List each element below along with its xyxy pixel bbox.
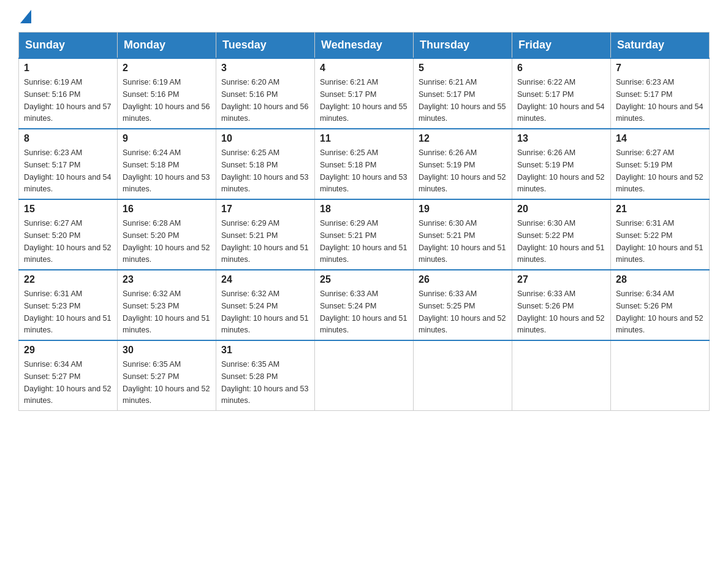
day-info: Sunrise: 6:21 AMSunset: 5:17 PMDaylight:… xyxy=(320,78,407,123)
col-header-friday: Friday xyxy=(512,33,611,59)
day-number: 23 xyxy=(123,274,211,285)
day-info: Sunrise: 6:32 AMSunset: 5:23 PMDaylight:… xyxy=(123,289,210,334)
day-info: Sunrise: 6:34 AMSunset: 5:27 PMDaylight:… xyxy=(24,360,111,405)
logo-triangle-icon xyxy=(20,10,31,23)
week-row-3: 15 Sunrise: 6:27 AMSunset: 5:20 PMDaylig… xyxy=(19,199,710,270)
day-number: 29 xyxy=(24,345,112,356)
day-number: 18 xyxy=(320,204,408,215)
day-number: 26 xyxy=(419,274,507,285)
col-header-saturday: Saturday xyxy=(611,33,710,59)
day-number: 7 xyxy=(616,63,704,74)
day-number: 20 xyxy=(517,204,605,215)
empty-cell xyxy=(512,340,611,411)
day-cell-2: 2 Sunrise: 6:19 AMSunset: 5:16 PMDayligh… xyxy=(118,58,216,129)
week-row-1: 1 Sunrise: 6:19 AMSunset: 5:16 PMDayligh… xyxy=(19,58,710,129)
calendar-table: SundayMondayTuesdayWednesdayThursdayFrid… xyxy=(18,32,710,411)
day-number: 12 xyxy=(419,133,507,144)
day-cell-27: 27 Sunrise: 6:33 AMSunset: 5:26 PMDaylig… xyxy=(512,270,611,340)
day-info: Sunrise: 6:25 AMSunset: 5:18 PMDaylight:… xyxy=(221,148,308,193)
col-header-tuesday: Tuesday xyxy=(216,33,315,59)
day-cell-21: 21 Sunrise: 6:31 AMSunset: 5:22 PMDaylig… xyxy=(611,199,710,270)
day-number: 16 xyxy=(123,204,211,215)
day-info: Sunrise: 6:35 AMSunset: 5:28 PMDaylight:… xyxy=(221,360,308,405)
day-info: Sunrise: 6:22 AMSunset: 5:17 PMDaylight:… xyxy=(517,78,604,123)
day-info: Sunrise: 6:31 AMSunset: 5:23 PMDaylight:… xyxy=(24,289,111,334)
day-info: Sunrise: 6:27 AMSunset: 5:19 PMDaylight:… xyxy=(616,148,703,193)
week-row-4: 22 Sunrise: 6:31 AMSunset: 5:23 PMDaylig… xyxy=(19,270,710,340)
day-info: Sunrise: 6:27 AMSunset: 5:20 PMDaylight:… xyxy=(24,219,111,264)
col-header-wednesday: Wednesday xyxy=(315,33,414,59)
day-cell-23: 23 Sunrise: 6:32 AMSunset: 5:23 PMDaylig… xyxy=(118,270,216,340)
day-number: 25 xyxy=(320,274,408,285)
day-number: 4 xyxy=(320,63,408,74)
day-cell-24: 24 Sunrise: 6:32 AMSunset: 5:24 PMDaylig… xyxy=(216,270,315,340)
day-cell-7: 7 Sunrise: 6:23 AMSunset: 5:17 PMDayligh… xyxy=(611,58,710,129)
day-info: Sunrise: 6:23 AMSunset: 5:17 PMDaylight:… xyxy=(616,78,703,123)
day-info: Sunrise: 6:20 AMSunset: 5:16 PMDaylight:… xyxy=(221,78,308,123)
page-header xyxy=(18,12,710,21)
day-number: 13 xyxy=(517,133,605,144)
day-info: Sunrise: 6:35 AMSunset: 5:27 PMDaylight:… xyxy=(123,360,210,405)
day-cell-20: 20 Sunrise: 6:30 AMSunset: 5:22 PMDaylig… xyxy=(512,199,611,270)
day-cell-1: 1 Sunrise: 6:19 AMSunset: 5:16 PMDayligh… xyxy=(19,58,118,129)
day-number: 10 xyxy=(221,133,309,144)
day-number: 30 xyxy=(123,345,211,356)
day-info: Sunrise: 6:30 AMSunset: 5:21 PMDaylight:… xyxy=(419,219,506,264)
day-cell-17: 17 Sunrise: 6:29 AMSunset: 5:21 PMDaylig… xyxy=(216,199,315,270)
day-number: 3 xyxy=(221,63,309,74)
day-info: Sunrise: 6:29 AMSunset: 5:21 PMDaylight:… xyxy=(221,219,308,264)
day-info: Sunrise: 6:33 AMSunset: 5:25 PMDaylight:… xyxy=(419,289,506,334)
week-row-2: 8 Sunrise: 6:23 AMSunset: 5:17 PMDayligh… xyxy=(19,129,710,199)
empty-cell xyxy=(414,340,512,411)
day-info: Sunrise: 6:24 AMSunset: 5:18 PMDaylight:… xyxy=(123,148,210,193)
day-cell-4: 4 Sunrise: 6:21 AMSunset: 5:17 PMDayligh… xyxy=(315,58,414,129)
day-cell-10: 10 Sunrise: 6:25 AMSunset: 5:18 PMDaylig… xyxy=(216,129,315,199)
day-cell-15: 15 Sunrise: 6:27 AMSunset: 5:20 PMDaylig… xyxy=(19,199,118,270)
col-header-monday: Monday xyxy=(118,33,216,59)
day-cell-29: 29 Sunrise: 6:34 AMSunset: 5:27 PMDaylig… xyxy=(19,340,118,411)
day-info: Sunrise: 6:32 AMSunset: 5:24 PMDaylight:… xyxy=(221,289,308,334)
day-number: 11 xyxy=(320,133,408,144)
day-cell-8: 8 Sunrise: 6:23 AMSunset: 5:17 PMDayligh… xyxy=(19,129,118,199)
day-cell-19: 19 Sunrise: 6:30 AMSunset: 5:21 PMDaylig… xyxy=(414,199,512,270)
day-info: Sunrise: 6:33 AMSunset: 5:26 PMDaylight:… xyxy=(517,289,604,334)
day-cell-5: 5 Sunrise: 6:21 AMSunset: 5:17 PMDayligh… xyxy=(414,58,512,129)
day-cell-11: 11 Sunrise: 6:25 AMSunset: 5:18 PMDaylig… xyxy=(315,129,414,199)
day-number: 24 xyxy=(221,274,309,285)
day-info: Sunrise: 6:23 AMSunset: 5:17 PMDaylight:… xyxy=(24,148,111,193)
day-number: 19 xyxy=(419,204,507,215)
week-row-5: 29 Sunrise: 6:34 AMSunset: 5:27 PMDaylig… xyxy=(19,340,710,411)
calendar-header-row: SundayMondayTuesdayWednesdayThursdayFrid… xyxy=(19,33,710,59)
day-info: Sunrise: 6:29 AMSunset: 5:21 PMDaylight:… xyxy=(320,219,407,264)
day-number: 8 xyxy=(24,133,112,144)
day-info: Sunrise: 6:30 AMSunset: 5:22 PMDaylight:… xyxy=(517,219,604,264)
day-info: Sunrise: 6:25 AMSunset: 5:18 PMDaylight:… xyxy=(320,148,407,193)
day-info: Sunrise: 6:31 AMSunset: 5:22 PMDaylight:… xyxy=(616,219,703,264)
day-cell-30: 30 Sunrise: 6:35 AMSunset: 5:27 PMDaylig… xyxy=(118,340,216,411)
day-number: 2 xyxy=(123,63,211,74)
day-number: 9 xyxy=(123,133,211,144)
day-cell-31: 31 Sunrise: 6:35 AMSunset: 5:28 PMDaylig… xyxy=(216,340,315,411)
day-number: 21 xyxy=(616,204,704,215)
day-cell-18: 18 Sunrise: 6:29 AMSunset: 5:21 PMDaylig… xyxy=(315,199,414,270)
day-cell-9: 9 Sunrise: 6:24 AMSunset: 5:18 PMDayligh… xyxy=(118,129,216,199)
col-header-sunday: Sunday xyxy=(19,33,118,59)
day-cell-3: 3 Sunrise: 6:20 AMSunset: 5:16 PMDayligh… xyxy=(216,58,315,129)
day-number: 22 xyxy=(24,274,112,285)
day-cell-14: 14 Sunrise: 6:27 AMSunset: 5:19 PMDaylig… xyxy=(611,129,710,199)
day-number: 14 xyxy=(616,133,704,144)
day-cell-25: 25 Sunrise: 6:33 AMSunset: 5:24 PMDaylig… xyxy=(315,270,414,340)
day-number: 1 xyxy=(24,63,112,74)
day-info: Sunrise: 6:26 AMSunset: 5:19 PMDaylight:… xyxy=(419,148,506,193)
day-number: 27 xyxy=(517,274,605,285)
day-number: 6 xyxy=(517,63,605,74)
day-number: 17 xyxy=(221,204,309,215)
day-number: 31 xyxy=(221,345,309,356)
day-number: 5 xyxy=(419,63,507,74)
logo xyxy=(18,12,31,21)
day-number: 28 xyxy=(616,274,704,285)
day-cell-22: 22 Sunrise: 6:31 AMSunset: 5:23 PMDaylig… xyxy=(19,270,118,340)
day-info: Sunrise: 6:28 AMSunset: 5:20 PMDaylight:… xyxy=(123,219,210,264)
day-cell-26: 26 Sunrise: 6:33 AMSunset: 5:25 PMDaylig… xyxy=(414,270,512,340)
empty-cell xyxy=(315,340,414,411)
